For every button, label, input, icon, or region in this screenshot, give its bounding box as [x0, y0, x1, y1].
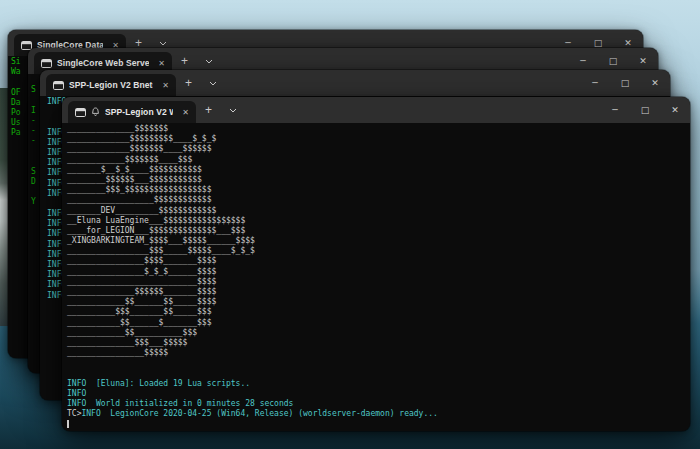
title-bar[interactable]: SPP-Legion V2 Worldserve ✕ + ─ □ ✕: [62, 97, 690, 123]
tab-close-icon[interactable]: ✕: [178, 108, 189, 117]
close-button[interactable]: ✕: [660, 97, 690, 123]
new-tab-button[interactable]: +: [176, 72, 201, 94]
tab-title: SingleCore Web Server launch: [57, 58, 149, 68]
title-bar[interactable]: SPP-Legion V2 Bnetserver ✕ + ─ □ ✕: [40, 70, 670, 96]
tab-dropdown-icon[interactable]: [221, 108, 245, 113]
window-controls: ─ □ ✕: [580, 70, 670, 96]
maximize-button[interactable]: □: [610, 70, 640, 96]
minimize-button[interactable]: ─: [580, 70, 610, 96]
new-tab-button[interactable]: +: [172, 50, 197, 72]
desktop-wallpaper: SingleCore Database ✕ + ─ □ ✕ SiWa OFDaP…: [0, 0, 700, 449]
tab-worldserver[interactable]: SPP-Legion V2 Worldserve ✕: [68, 101, 196, 123]
window-controls: ─ □ ✕: [600, 97, 690, 123]
tab-bnetserver[interactable]: SPP-Legion V2 Bnetserver ✕: [46, 74, 176, 96]
terminal-icon: [75, 108, 86, 117]
terminal-icon: [21, 41, 32, 50]
close-button[interactable]: ✕: [640, 70, 670, 96]
tab-close-icon[interactable]: ✕: [158, 81, 169, 90]
bell-icon: [91, 107, 100, 117]
tab-dropdown-icon[interactable]: [197, 59, 221, 64]
terminal-output[interactable]: ______________$$$$$$$_____________$$$$$$…: [67, 124, 690, 430]
tab-title: SPP-Legion V2 Worldserve: [105, 107, 173, 117]
tab-dropdown-icon[interactable]: [151, 41, 175, 46]
tab-dropdown-icon[interactable]: [201, 81, 225, 86]
terminal-icon: [53, 81, 64, 90]
tab-close-icon[interactable]: ✕: [154, 59, 165, 68]
maximize-button[interactable]: □: [630, 97, 660, 123]
terminal-icon: [41, 59, 52, 68]
window-worldserver: SPP-Legion V2 Worldserve ✕ + ─ □ ✕ _____…: [62, 97, 690, 431]
new-tab-button[interactable]: +: [196, 99, 221, 121]
tab-title: SPP-Legion V2 Bnetserver: [69, 80, 153, 90]
minimize-button[interactable]: ─: [600, 97, 630, 123]
